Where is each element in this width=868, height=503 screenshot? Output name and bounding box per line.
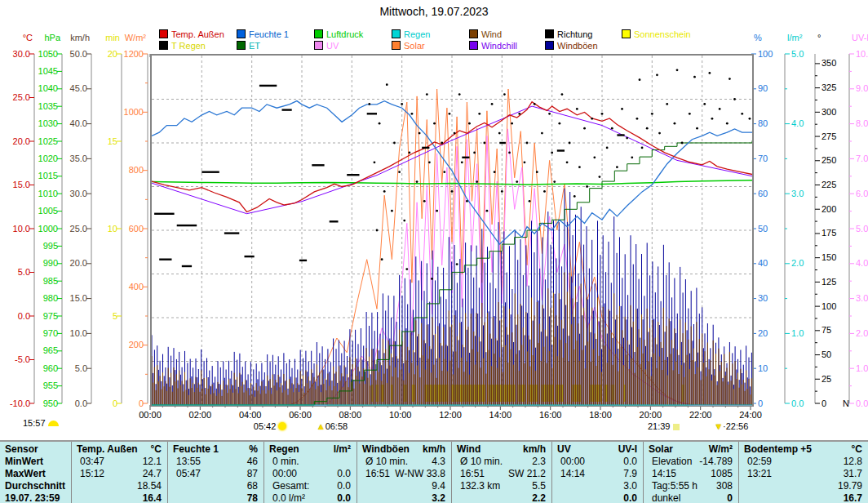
sun-icon bbox=[278, 422, 286, 430]
axis-tick-label: 15.0 bbox=[13, 180, 30, 189]
legend-swatch-icon bbox=[392, 41, 401, 50]
axis-tick-label: 30.0 bbox=[13, 50, 30, 59]
direction-dot bbox=[693, 76, 696, 78]
moonset-time-left: 15:57 bbox=[23, 418, 59, 428]
direction-dot bbox=[711, 118, 714, 120]
direction-dot bbox=[639, 78, 641, 81]
direction-dot bbox=[458, 93, 461, 96]
axis-tick-label: 15 bbox=[108, 137, 117, 146]
table-cell-value: 78 bbox=[247, 492, 258, 503]
axis-tick-label: 60 bbox=[758, 189, 768, 198]
axis-tick-label: 0.0 bbox=[856, 399, 868, 408]
direction-dot bbox=[449, 113, 451, 115]
table-column-wind: Windkm/hØ 10 min.2.316:51SW 21.2132.3 km… bbox=[451, 442, 551, 503]
axis-tick-label: 40.0 bbox=[70, 119, 87, 128]
axis-tick-label: 25 bbox=[822, 375, 831, 384]
direction-dot bbox=[374, 161, 376, 163]
direction-dot bbox=[593, 156, 596, 158]
axis-tick-label: 2.0 bbox=[791, 259, 804, 268]
direction-dot bbox=[666, 103, 668, 105]
table-column-uv: UVUV-I00:000.014:147.93.00.0 bbox=[551, 442, 643, 503]
legend-label: Richtung bbox=[557, 29, 592, 39]
direction-dot bbox=[569, 142, 571, 145]
axis-tick-label: 1050 bbox=[38, 50, 58, 59]
direction-dot bbox=[461, 161, 463, 163]
table-cell-value: 87 bbox=[247, 468, 258, 479]
axis-tick-label: 5.0 bbox=[856, 225, 868, 234]
direction-dot bbox=[574, 195, 576, 198]
direction-dot bbox=[516, 180, 518, 183]
table-cell-value: 4.3 bbox=[432, 456, 445, 467]
table-column-regen: Regenl/m²0 min.00:000.0Gesamt:0.00.0 l/m… bbox=[264, 442, 356, 503]
x-tick-label: 10:00 bbox=[383, 410, 418, 420]
direction-dot bbox=[689, 113, 691, 115]
table-cell-value: 12.8 bbox=[844, 456, 862, 467]
table-row-label: 19.07. 23:59 bbox=[5, 492, 60, 503]
table-column-temp-au-en: Temp. Außen°C03:4712.115:1224.718.5416.4 bbox=[71, 442, 167, 503]
table-cell-label: 14:14 bbox=[560, 468, 585, 479]
table-cell-value: 68 bbox=[247, 480, 258, 492]
axis-unit-label: min bbox=[105, 33, 120, 42]
direction-dot bbox=[411, 113, 414, 115]
direction-dot bbox=[494, 171, 496, 173]
direction-dot bbox=[583, 127, 586, 130]
axis-tick-label: 600 bbox=[129, 225, 144, 234]
table-cell-value: 2.2 bbox=[532, 492, 546, 503]
direction-dot bbox=[524, 161, 526, 163]
table-cell-value: 3.2 bbox=[432, 492, 445, 503]
direction-dot bbox=[674, 122, 676, 125]
table-cell-label: 132.3 km bbox=[460, 480, 500, 492]
table-row-label: Sensor bbox=[5, 443, 38, 455]
direction-dot bbox=[558, 122, 560, 125]
axis-tick-label: 5.0 bbox=[18, 268, 30, 277]
axis-tick-label: 970 bbox=[43, 329, 58, 338]
axis-tick-label: 2.0 bbox=[856, 329, 868, 338]
axis-tick-label: 8.0 bbox=[856, 119, 868, 128]
direction-dot bbox=[626, 137, 628, 140]
axis-tick-label: 25.0 bbox=[13, 93, 30, 102]
series-luftdruck bbox=[152, 180, 752, 185]
axis-tick-label: 6.0 bbox=[856, 189, 868, 198]
axis-unit-label: % bbox=[754, 33, 762, 42]
legend-label: Regen bbox=[404, 29, 430, 39]
direction-dot bbox=[541, 132, 543, 135]
axis-tick-label: 25.0 bbox=[70, 225, 87, 234]
x-tick-label: 12:00 bbox=[432, 410, 468, 420]
direction-dot bbox=[451, 190, 454, 193]
legend-swatch-icon bbox=[237, 29, 246, 38]
direction-dot bbox=[511, 122, 513, 125]
table-cell-value: SW 21.2 bbox=[508, 468, 546, 479]
legend-swatch-icon bbox=[314, 41, 323, 50]
direction-dot bbox=[526, 142, 529, 145]
direction-dot bbox=[646, 127, 649, 130]
axis-tick-label: 960 bbox=[43, 364, 58, 373]
table-cell-label: Ø 10 min. bbox=[460, 456, 503, 467]
legend-item: Solar bbox=[392, 41, 425, 51]
direction-dot bbox=[476, 180, 478, 183]
direction-dot bbox=[543, 190, 546, 193]
direction-dot bbox=[393, 142, 396, 145]
up-arrow-icon: ▲ bbox=[317, 421, 326, 431]
table-row-label: MaxWert bbox=[5, 468, 46, 479]
table-cell-value: 7.9 bbox=[623, 468, 637, 479]
axis-tick-label: 75 bbox=[822, 326, 831, 335]
direction-dot bbox=[566, 161, 569, 163]
direction-dot bbox=[658, 132, 661, 135]
direction-dot bbox=[368, 103, 370, 105]
axis-tick-label: 40 bbox=[758, 259, 768, 268]
legend-label: UV bbox=[326, 41, 339, 51]
table-column-solar: SolarW/m²Elevation-14.78914:151085Tag:5:… bbox=[643, 442, 738, 503]
direction-dot bbox=[405, 268, 408, 270]
axis-tick-label: 150 bbox=[822, 253, 836, 262]
table-cell-value: 31.7 bbox=[844, 468, 862, 479]
direction-dot bbox=[636, 118, 639, 120]
axis-tick-label: 1030 bbox=[38, 119, 58, 128]
direction-dot bbox=[454, 132, 456, 135]
legend-item: Luftdruck bbox=[314, 29, 363, 39]
legend-label: Windchill bbox=[481, 41, 517, 51]
legend-swatch-icon bbox=[622, 29, 631, 38]
direction-dot bbox=[591, 118, 593, 120]
axis-unit-label: W/m² bbox=[125, 33, 146, 42]
direction-dot bbox=[749, 118, 751, 120]
table-cell-label: dunkel bbox=[652, 492, 680, 503]
